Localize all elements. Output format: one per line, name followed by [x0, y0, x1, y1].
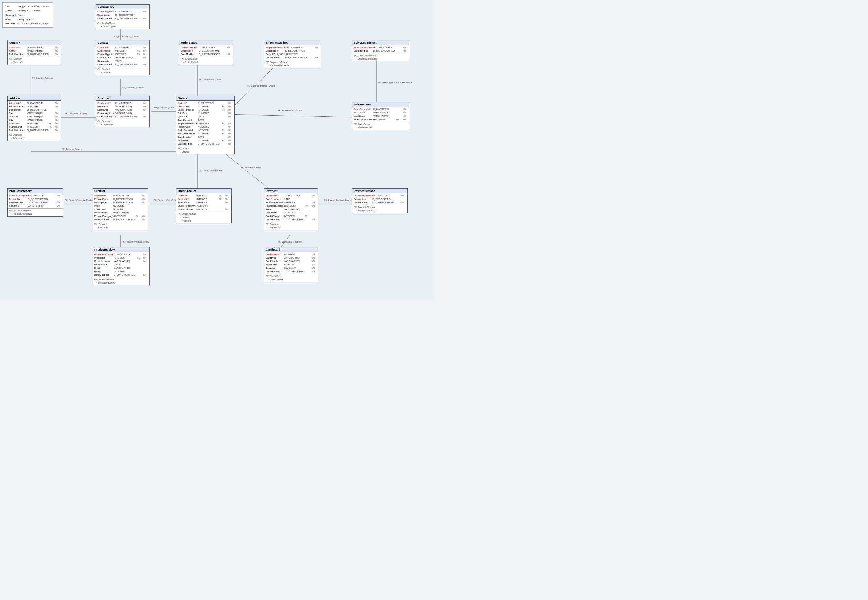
entity-row: SalesPercentVAT NUMERIC [176, 204, 231, 208]
svg-text:FK_Product_OrderProduct: FK_Product_OrderProduct [154, 199, 179, 202]
pk-section: PK_ContactType [96, 21, 150, 25]
info-title-value: Happy Fish - Example Model [18, 5, 51, 8]
pk-section: PK_SalesPerson [352, 122, 409, 126]
entity-shipmentmethod-header: ShipmentMethod [264, 41, 321, 45]
entity-row: PaymentMethodId* D_MASTERID NN [352, 194, 407, 197]
info-modified-label: Modified [5, 22, 17, 26]
pk-field: - CustomerId [96, 123, 150, 126]
entity-row: Column1 VARCHAR(40) NN [8, 204, 63, 208]
pk-field: - OrderId [176, 150, 234, 153]
pk-section: PK_Contact [96, 67, 150, 71]
entity-productcategory-header: ProductCategory [8, 189, 63, 193]
entity-row: ShipmentMethodId INTEGER FK NN [176, 122, 234, 125]
entity-address-header: Address [8, 96, 61, 101]
svg-text:FK_CreditCard_Payment: FK_CreditCard_Payment [278, 241, 302, 243]
entity-contact-body: ContactId* D_MASTERID NN CustomerId INTE… [96, 45, 150, 75]
entity-row: DateDue DATE NN [176, 115, 234, 118]
pk-field: - ProductCategoryId [8, 212, 63, 216]
entity-row: Lastname VARCHAR(25) NN [96, 108, 150, 112]
entity-row: DateModified D_DATEMODIFIED NN [352, 201, 407, 204]
entity-row: Comments TEXT [96, 59, 150, 63]
pk-section: PK_ProductCategory [8, 208, 63, 212]
entity-row: DateReceived DATE [264, 197, 318, 201]
entity-row: DateModified D_DATEMODIFIED NN [264, 56, 321, 59]
entity-row: CustomerId INTEGER FK NN [176, 105, 234, 108]
entity-salesperson-body: SalesPersonId* D_MASTERID NN FirstName V… [352, 107, 409, 130]
entity-row: SalesDiscount NUMERIC NN [176, 208, 231, 211]
entity-row: DateModified D_DATEMODIFIED NN [352, 49, 409, 53]
entity-customer-body: CustomerId* D_MASTERID NN Firstname VARC… [96, 101, 150, 127]
info-copyright-label: Copyright [5, 13, 17, 17]
pk-section: PK_Customer [96, 119, 150, 123]
entity-payment-header: Payment [264, 189, 318, 193]
pk-section: PK_Country [8, 56, 61, 61]
pk-section: PK_ShipmentMethod [264, 60, 321, 64]
entity-creditcard-header: CreditCard [264, 247, 318, 252]
entity-row: OrderId* INTEGER FK NN [176, 194, 231, 197]
entity-row: TotalDue NUMERIC NN [176, 112, 234, 115]
entity-contacttype-header: ContactType [96, 5, 150, 9]
svg-line-14 [228, 114, 355, 117]
entity-orderproduct: OrderProduct OrderId* INTEGER FK NN Prod… [176, 188, 231, 223]
entity-row: ReviewDate DATE [93, 263, 150, 266]
entity-row: ShipmentMethodId* D_MASTERID NN [264, 46, 321, 49]
svg-text:FK_ShipmentMethod_Orders: FK_ShipmentMethod_Orders [247, 85, 275, 87]
entity-row: PaymentId INTEGER FK NN [176, 139, 234, 142]
entity-row: CustomerId INTEGER FK NN [8, 125, 61, 129]
entity-row: ProductCode D_DESCRIPTION NN [93, 197, 148, 201]
entity-contacttype: ContactType ContactTypeId* D_MASTERID NN… [96, 5, 150, 29]
entity-row: City VARCHAR(40) NN [8, 118, 61, 122]
entity-salesperson-header: SalesPerson [352, 102, 409, 107]
entity-country-header: Country [8, 41, 61, 45]
entity-row: FreightCost NUMERIC NN [176, 125, 234, 129]
entity-row: OrderStatusId* D_MASTERID NN [179, 46, 233, 49]
entity-row: LastName VARCHAR(40) NN [352, 114, 409, 118]
entity-row: ProductId INTEGER FK NN [93, 256, 150, 259]
entity-contact-header: Contact [96, 41, 150, 45]
entity-row: CountryId* D_MASTERID NN [8, 46, 61, 49]
entity-row: AddressType INTEGER NN [8, 105, 61, 108]
pk-section: PK_Address [8, 133, 61, 136]
entity-salesdepartment: SalesDepartment SalesDepartmentId* D_MAS… [352, 40, 409, 62]
svg-text:FK_PaymentMethod_Payment: FK_PaymentMethod_Payment [324, 199, 354, 202]
entity-country: Country CountryId* D_MASTERID NN Name VA… [8, 40, 62, 65]
entity-address-body: AddressId* D_MASTERID NN AddressType INT… [8, 101, 61, 141]
entity-row: CompanyName VARCHAR(40) [96, 112, 150, 115]
svg-text:FK_Payment_Orders: FK_Payment_Orders [241, 167, 261, 169]
entity-orderstatus-body: OrderStatusId* D_MASTERID NN Description… [179, 45, 233, 65]
entity-row: DateModified D_DATEMODIFIED NN [8, 53, 61, 56]
entity-product-body: ProductId* D_MASTERID NN ProductCode D_D… [93, 193, 148, 230]
entity-row: Description D_DESCRIPTION [264, 49, 321, 53]
svg-text:FK_SalesPerson_Orders: FK_SalesPerson_Orders [278, 109, 302, 112]
pk-field: - OrderStatusId [179, 61, 233, 64]
entity-address: Address AddressId* D_MASTERID NN Address… [8, 96, 62, 141]
pk-field: - ContactId [96, 71, 150, 74]
info-author-value: Polderij ICT, Holland [18, 9, 51, 13]
entity-country-body: CountryId* D_MASTERID NN Name VARCHAR(40… [8, 45, 61, 65]
entity-orders: Orders OrderId* D_MASTERID NN CustomerId… [176, 96, 235, 155]
entity-row: Rating INTEGER [93, 270, 150, 273]
entity-row: ContactTypeId* D_MASTERID NN [96, 10, 150, 13]
entity-row: Description D_DESCRIPTION [352, 197, 407, 201]
svg-line-33 [281, 235, 290, 247]
info-dbms-label: DBMS [5, 18, 17, 21]
pk-field: - ProductId [93, 226, 148, 229]
entity-orderproduct-body: OrderId* INTEGER FK NN ProductId* INTEGE… [176, 193, 231, 223]
entity-paymentmethod-body: PaymentMethodId* D_MASTERID NN Descripti… [352, 193, 407, 213]
entity-row: DateCreated DATE NN [176, 135, 234, 139]
info-box: TitleHappy Fish - Example Model AuthorPo… [3, 3, 53, 28]
canvas: TitleHappy Fish - Example Model AuthorPo… [0, 0, 434, 300]
pk-field: - ProductId [176, 219, 231, 223]
entity-row: CustomerId* D_MASTERID NN [96, 102, 150, 105]
pk-field: - PaymentMethodId [352, 209, 407, 212]
info-title-label: Title [5, 5, 17, 8]
entity-row: ReviewerName VARCHAR(40) NN [93, 259, 150, 263]
entity-row: DefaultFreightCost NUMERIC [264, 53, 321, 56]
entity-row: CreditCardId INTEGER FK [264, 214, 318, 218]
pk-field: - ContactTypeId [96, 25, 150, 28]
entity-payment-body: PaymentId* D_MASTERID NN DateReceived DA… [264, 193, 318, 230]
svg-text:FK_Customer_Contact: FK_Customer_Contact [122, 86, 144, 89]
pk-section: PK_Payment [264, 222, 318, 226]
entity-row: SalesPersonId INTEGER FK NN [176, 108, 234, 112]
svg-text:FK_Order_OrderProduct: FK_Order_OrderProduct [199, 170, 222, 172]
